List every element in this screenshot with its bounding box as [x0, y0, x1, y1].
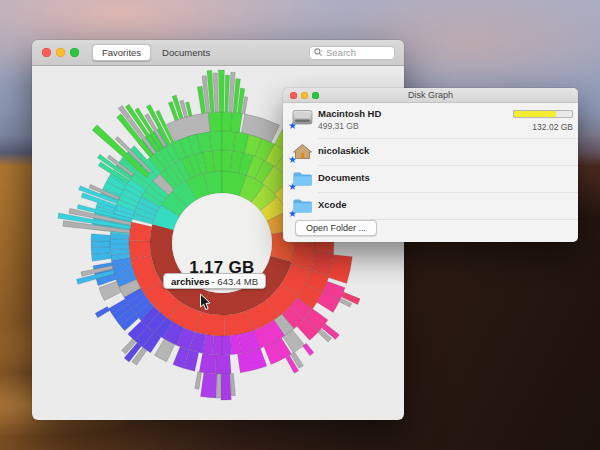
- tooltip-item-size: - 643.4 MB: [212, 276, 258, 287]
- volume-row-documents[interactable]: ★ Documents: [283, 166, 578, 193]
- search-icon: [314, 48, 323, 57]
- volume-name: Xcode: [318, 199, 347, 210]
- volume-size: 499.31 GB: [318, 121, 359, 131]
- favorite-star-icon: ★: [288, 181, 297, 192]
- search-placeholder: Search: [326, 47, 356, 58]
- minimize-button[interactable]: [56, 48, 65, 57]
- tab-documents[interactable]: Documents: [153, 45, 219, 60]
- free-space-label: 132.02 GB: [532, 122, 573, 132]
- volume-row-nicolaskick[interactable]: ★ nicolaskick: [283, 139, 578, 166]
- tab-favorites[interactable]: Favorites: [92, 44, 151, 61]
- window-toolbar: Favorites Documents Search: [32, 40, 404, 66]
- hover-tooltip: archives - 643.4 MB: [163, 273, 266, 289]
- search-input[interactable]: Search: [309, 46, 395, 60]
- capacity-bar: [513, 110, 573, 118]
- volume-name: Documents: [318, 172, 370, 183]
- screen: Favorites Documents Search 1.17 GB archi…: [0, 0, 600, 450]
- open-folder-button[interactable]: Open Folder ...: [295, 220, 377, 236]
- zoom-button[interactable]: [70, 48, 79, 57]
- favorite-star-icon: ★: [288, 208, 297, 219]
- disk-graph-titlebar: Disk Graph: [283, 88, 578, 103]
- capacity-bar-fill: [514, 111, 556, 117]
- traffic-lights: [42, 48, 79, 57]
- favorite-star-icon: ★: [288, 154, 297, 165]
- volume-name: nicolaskick: [318, 145, 369, 156]
- folder-icon: ★: [292, 170, 313, 187]
- home-icon: ★: [292, 143, 313, 160]
- view-segmented-control: Favorites Documents: [92, 44, 219, 61]
- harddrive-icon: ★: [292, 109, 313, 126]
- favorite-star-icon: ★: [288, 120, 297, 131]
- disk-graph-window: Disk Graph ★ Macintosh HD 49: [283, 88, 578, 242]
- window-title: Disk Graph: [283, 90, 578, 100]
- volume-name: Macintosh HD: [318, 108, 381, 119]
- volume-row-macintosh-hd[interactable]: ★ Macintosh HD 499.31 GB 132.02 GB: [283, 103, 578, 139]
- folder-icon: ★: [292, 197, 313, 214]
- tooltip-item-name: archives: [171, 276, 210, 287]
- mouse-cursor: [199, 293, 212, 312]
- close-button[interactable]: [42, 48, 51, 57]
- volume-row-xcode[interactable]: ★ Xcode: [283, 193, 578, 220]
